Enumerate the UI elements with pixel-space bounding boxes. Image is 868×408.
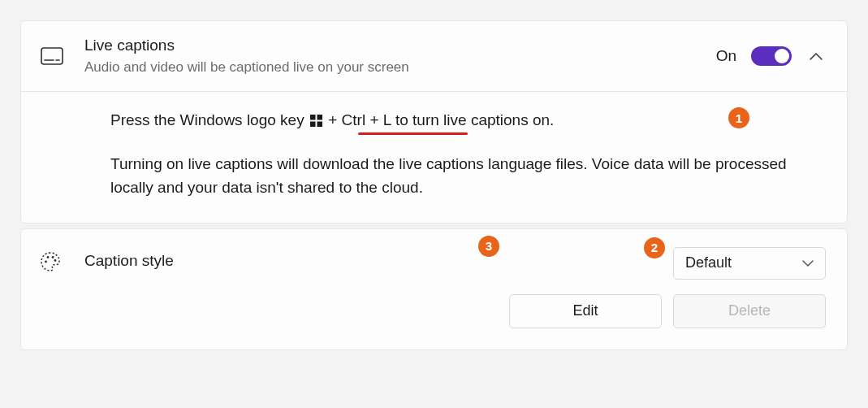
annotation-3: 3 xyxy=(478,236,499,257)
delete-button[interactable]: Delete xyxy=(673,294,826,328)
select-value: Default xyxy=(685,254,732,271)
live-captions-header[interactable]: Live captions Audio and video will be ca… xyxy=(21,21,847,91)
live-captions-card: Live captions Audio and video will be ca… xyxy=(20,20,848,224)
caption-style-select[interactable]: Default xyxy=(673,247,826,280)
shortcut-suffix: to turn live captions on. xyxy=(391,111,555,128)
shortcut-combo: + Ctrl + L xyxy=(324,111,391,128)
shortcut-paragraph: Press the Windows logo key + Ctrl + L to… xyxy=(110,108,821,133)
caption-style-label: Caption style xyxy=(84,247,490,270)
edit-button-label: Edit xyxy=(572,302,598,319)
palette-icon xyxy=(39,250,65,273)
toggle-knob xyxy=(775,49,789,63)
annotation-underline xyxy=(358,132,468,135)
svg-point-8 xyxy=(47,256,50,258)
caption-style-card: Caption style 2 Default 3 Edit Delete xyxy=(20,228,848,350)
annotation-1: 1 xyxy=(728,107,749,128)
svg-rect-6 xyxy=(317,122,322,128)
info-paragraph: Turning on live captions will download t… xyxy=(110,152,821,200)
live-captions-subtitle: Audio and video will be captioned live o… xyxy=(84,58,697,77)
captions-icon xyxy=(39,47,65,65)
live-captions-title: Live captions xyxy=(84,36,697,56)
chevron-up-icon[interactable] xyxy=(806,46,826,66)
delete-button-label: Delete xyxy=(728,302,771,319)
svg-rect-3 xyxy=(310,115,316,120)
live-captions-body: Press the Windows logo key + Ctrl + L to… xyxy=(21,92,847,222)
shortcut-prefix: Press the Windows logo key xyxy=(110,111,309,128)
annotation-2: 2 xyxy=(644,237,665,258)
windows-logo-icon xyxy=(310,110,322,133)
edit-button[interactable]: Edit xyxy=(509,294,662,328)
svg-rect-0 xyxy=(41,48,63,64)
live-captions-toggle[interactable] xyxy=(751,46,792,66)
svg-point-9 xyxy=(52,256,54,258)
chevron-down-icon xyxy=(802,254,814,271)
svg-rect-5 xyxy=(310,122,316,128)
svg-point-7 xyxy=(45,260,47,263)
svg-point-10 xyxy=(54,259,57,262)
toggle-state-label: On xyxy=(716,47,736,65)
svg-rect-4 xyxy=(317,115,322,120)
